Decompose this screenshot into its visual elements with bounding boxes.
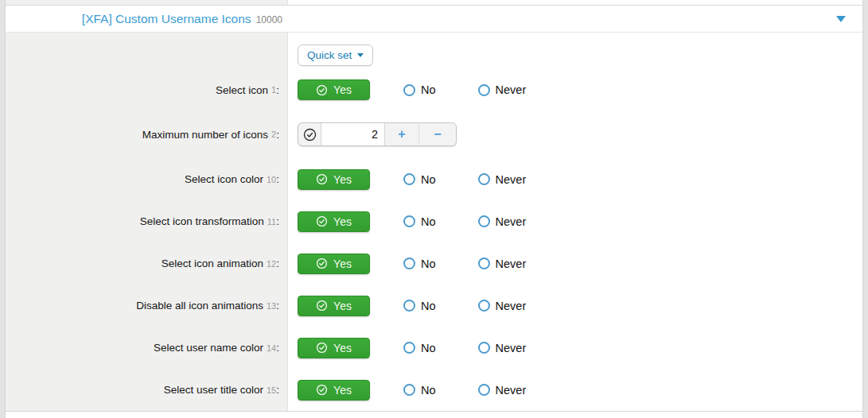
- radio-never[interactable]: [478, 342, 490, 354]
- yes-button[interactable]: Yes: [298, 79, 370, 100]
- option-label-never: Never: [496, 215, 527, 228]
- yes-label: Yes: [333, 257, 352, 270]
- permission-id: 11: [267, 217, 276, 226]
- chevron-down-icon[interactable]: [836, 16, 846, 22]
- permission-label: Select icon: [216, 84, 268, 96]
- option-label-no: No: [421, 215, 436, 228]
- permission-row-usertitle-color: Select user title color 15: Yes No Never: [6, 369, 862, 411]
- yes-button[interactable]: Yes: [298, 380, 370, 401]
- option-label-never: Never: [496, 300, 527, 312]
- option-label-never: Never: [496, 173, 527, 186]
- yes-button[interactable]: Yes: [298, 254, 370, 274]
- permission-row-select-icon-animation: Select icon animation 12: Yes No Never: [6, 242, 862, 284]
- panel-header: [XFA] Custom Username Icons10000: [6, 6, 862, 33]
- yes-button[interactable]: Yes: [298, 338, 370, 358]
- option-no: No: [403, 342, 436, 354]
- radio-no[interactable]: [403, 300, 415, 312]
- permission-id: 10: [267, 175, 276, 184]
- panel-title[interactable]: [XFA] Custom Username Icons: [82, 12, 251, 25]
- yes-button[interactable]: Yes: [298, 169, 370, 190]
- option-no: No: [403, 384, 436, 397]
- control-cell: + −: [288, 110, 862, 158]
- permission-label: Select user title color: [164, 384, 263, 396]
- permission-id: 14: [267, 343, 276, 353]
- option-label-no: No: [421, 257, 436, 270]
- option-never: Never: [478, 83, 527, 96]
- panel-title-area: [XFA] Custom Username Icons10000: [6, 12, 289, 26]
- radio-never[interactable]: [478, 384, 490, 396]
- increment-button[interactable]: +: [385, 123, 418, 145]
- radio-no[interactable]: [403, 257, 415, 269]
- label-cell: Select icon animation 12:: [6, 242, 288, 284]
- radio-no[interactable]: [403, 84, 415, 96]
- control-cell: Yes No Never: [288, 242, 862, 284]
- permission-group-panel: [XFA] Custom Username Icons10000 Quick s…: [5, 0, 863, 418]
- yes-label: Yes: [333, 173, 352, 186]
- option-never: Never: [478, 384, 527, 397]
- max-icons-input[interactable]: [321, 123, 385, 145]
- decrement-button[interactable]: −: [418, 123, 456, 145]
- label-cell: Select user name color 14:: [6, 327, 288, 369]
- option-label-no: No: [421, 384, 436, 397]
- radio-never[interactable]: [478, 84, 490, 96]
- option-no: No: [403, 83, 436, 96]
- radio-no[interactable]: [403, 384, 415, 396]
- control-cell: Quick set: [288, 33, 862, 69]
- permission-label: Disable all icon animations: [136, 300, 263, 312]
- option-no: No: [403, 300, 436, 312]
- label-cell: Select icon 1:: [6, 69, 288, 110]
- permission-id: 15: [267, 385, 276, 395]
- label-cell: Select icon color 10:: [6, 158, 288, 200]
- quick-set-label: Quick set: [307, 49, 352, 61]
- previous-row-content-cell: [288, 0, 862, 5]
- permission-label: Maximum number of icons: [142, 129, 268, 141]
- radio-never[interactable]: [478, 173, 490, 185]
- permission-row-select-icon-transformation: Select icon transformation 11: Yes No Ne…: [6, 200, 862, 242]
- label-colon: :: [276, 384, 279, 396]
- yes-button[interactable]: Yes: [298, 211, 370, 232]
- permission-label: Select user name color: [154, 342, 263, 354]
- radio-never[interactable]: [478, 300, 490, 312]
- option-label-no: No: [421, 342, 436, 354]
- permission-row-username-color: Select user name color 14: Yes No Never: [6, 327, 862, 369]
- option-label-no: No: [421, 83, 436, 96]
- permission-label: Select icon color: [185, 173, 263, 185]
- max-icons-stepper: + −: [298, 122, 457, 146]
- option-never: Never: [478, 300, 527, 312]
- check-circle-icon: [316, 215, 328, 227]
- radio-no[interactable]: [403, 173, 415, 185]
- control-cell: Yes No Never: [288, 284, 862, 327]
- yes-label: Yes: [333, 342, 352, 354]
- check-circle-icon: [316, 257, 328, 269]
- option-no: No: [403, 215, 436, 228]
- check-circle-icon: [316, 300, 328, 312]
- control-cell: Yes No Never: [288, 200, 862, 242]
- permission-id: 12: [267, 259, 276, 269]
- radio-never[interactable]: [478, 257, 490, 269]
- label-cell: Select user title color 15:: [6, 369, 288, 411]
- caret-down-icon: [357, 53, 364, 57]
- label-cell: Disable all icon animations 13:: [6, 284, 288, 327]
- option-never: Never: [478, 257, 527, 270]
- label-cell: Select icon transformation 11:: [6, 200, 288, 242]
- label-colon: :: [276, 257, 279, 269]
- radio-no[interactable]: [403, 342, 415, 354]
- option-label-never: Never: [496, 342, 527, 354]
- option-label-no: No: [421, 300, 436, 312]
- control-cell: Yes No Never: [288, 158, 862, 200]
- label-colon: :: [276, 129, 279, 141]
- label-cell-empty: [6, 33, 288, 69]
- check-circle-icon: [298, 123, 321, 145]
- option-label-never: Never: [496, 384, 527, 397]
- yes-button[interactable]: Yes: [298, 296, 370, 316]
- label-cell: Maximum number of icons 2:: [6, 110, 288, 158]
- yes-label: Yes: [333, 83, 352, 96]
- quick-set-button[interactable]: Quick set: [298, 45, 373, 66]
- radio-no[interactable]: [403, 215, 415, 227]
- label-colon: :: [276, 215, 279, 227]
- permission-row-max-icons: Maximum number of icons 2: + −: [6, 110, 862, 158]
- check-circle-icon: [316, 84, 328, 96]
- label-colon: :: [276, 300, 279, 312]
- radio-never[interactable]: [478, 215, 490, 227]
- previous-row-label-cell: [6, 0, 288, 5]
